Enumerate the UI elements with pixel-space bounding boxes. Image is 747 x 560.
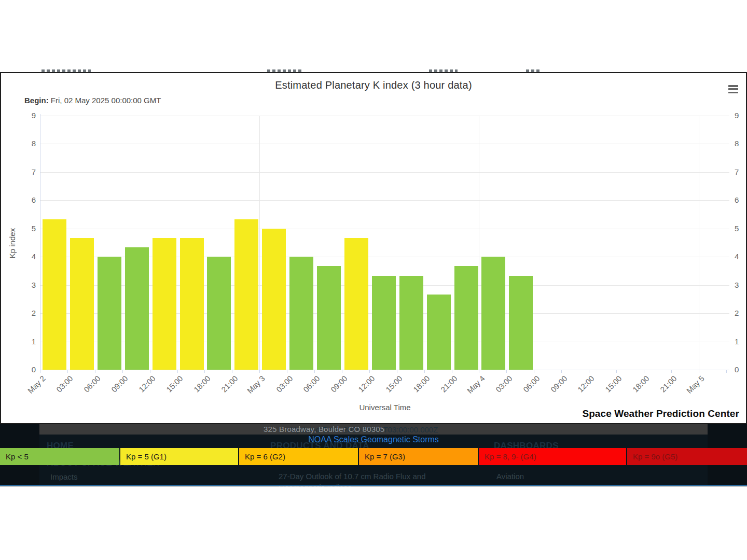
y-axis-tick-label-right: 6 [735,195,747,205]
y-axis-tick-label-right: 0 [735,365,747,374]
y-axis-tick-label: 2 [15,309,36,318]
y-axis-tick-label-right: 4 [735,252,747,261]
day-gridline [479,116,479,370]
y-axis-tick-label: 5 [15,224,36,233]
chart-begin-text: Begin: Fri, 02 May 2025 00:00:00 GMT [24,96,161,105]
x-axis-tick [424,370,425,373]
y-axis-line [40,114,40,370]
screen: Updated Time: 2025-05-04T03:00:00.000Z 3… [0,0,747,560]
x-axis-tick [479,370,479,373]
kp-bar-may-3-06-00[interactable] [317,266,341,370]
kp-bar-may-2-12-00[interactable] [153,238,176,370]
footer-divider [0,485,747,486]
x-axis-tick [452,370,452,373]
y-axis-tick-label-right: 8 [735,139,747,148]
legend-segment-2: Kp = 5 (G1) [120,448,238,465]
kp-bar-may-2-18-00[interactable] [207,257,231,370]
x-axis-tick [699,370,699,373]
kp-bar-may-3-00-00[interactable] [262,229,286,370]
x-axis-tick [95,370,95,373]
footer-address: 325 Broadway, Boulder CO 80305 [264,425,384,433]
y-axis-title: Kp index [8,197,17,290]
x-axis-tick [150,370,150,373]
legend-segment-3: Kp = 6 (G2) [239,448,358,465]
x-axis-tick [204,370,205,373]
x-axis-tick [397,370,397,373]
kp-bar-may-2-03-00[interactable] [70,238,94,370]
x-axis-tick [314,370,315,373]
x-axis-tick [671,370,672,373]
kp-bar-may-3-18-00[interactable] [427,295,451,370]
begin-value: Fri, 02 May 2025 00:00:00 GMT [49,96,161,105]
kp-bar-may-2-21-00[interactable] [234,219,258,370]
nav-subitem-impacts[interactable]: Impacts [50,472,78,481]
x-axis-tick [589,370,589,373]
gridline [40,200,729,201]
gridline [40,229,729,229]
x-axis-tick [561,370,562,373]
x-axis-tick [726,370,727,373]
x-axis-line [40,370,729,370]
kp-bar-may-4-00-00[interactable] [481,257,505,370]
x-axis-tick [259,370,260,373]
x-axis-tick [616,370,617,373]
x-axis-tick [644,370,644,373]
y-axis-tick-label: 9 [15,111,36,120]
x-axis-tick [67,370,68,373]
kp-scale-legend: Kp < 5Kp = 5 (G1)Kp = 6 (G2)Kp = 7 (G3)K… [0,448,747,465]
kp-bar-may-3-03-00[interactable] [289,257,313,370]
y-axis-tick-label-right: 5 [735,224,747,233]
legend-segment-1: Kp < 5 [0,448,119,465]
y-axis-tick-label-right: 3 [735,281,747,290]
kp-bar-may-3-21-00[interactable] [454,266,478,370]
legend-segment-6: Kp = 9o (G5) [627,448,747,465]
chart-title: Estimated Planetary K index (3 hour data… [1,79,746,91]
y-axis-tick-label: 3 [15,281,36,290]
nav-subitem-27-day-outlook[interactable]: 27-Day Outlook of 10.7 cm Radio Flux and [279,472,425,481]
kp-bar-may-2-06-00[interactable] [98,257,121,370]
legend-segment-5: Kp = 8, 9- (G4) [479,448,626,465]
x-axis-tick [369,370,370,373]
noaa-scales-link[interactable]: NOAA Scales Geomagnetic Storms [0,435,747,444]
kp-index-chart-card: Estimated Planetary K index (3 hour data… [0,72,747,424]
x-axis-tick [177,370,178,373]
y-axis-tick-label: 6 [15,195,36,205]
x-axis-tick [287,370,287,373]
y-axis-tick-label-right: 2 [735,309,747,318]
y-axis-tick-label: 1 [15,337,36,346]
kp-bar-may-2-15-00[interactable] [180,238,204,370]
kp-bar-may-3-15-00[interactable] [399,276,423,370]
x-axis-tick [506,370,507,373]
y-axis-tick-label: 7 [15,167,36,177]
legend-segment-4: Kp = 7 (G3) [359,448,478,465]
day-gridline [699,116,699,370]
kp-bar-may-2-09-00[interactable] [125,247,149,370]
x-axis-tick [342,370,342,373]
day-gridline [259,116,260,370]
y-axis-tick-label-right: 9 [735,111,747,120]
kp-bar-may-2-00-00[interactable] [43,219,66,370]
x-axis-tick [40,370,40,373]
kp-bar-may-4-03-00[interactable] [509,276,533,370]
x-axis-tick [122,370,123,373]
kp-bar-may-3-12-00[interactable] [372,276,396,370]
y-axis-tick-label: 4 [15,252,36,261]
y-axis-tick-label: 0 [15,365,36,374]
nav-subitem-aviation[interactable]: Aviation [496,472,524,481]
begin-label: Begin: [24,96,49,105]
hamburger-icon[interactable] [727,83,740,96]
x-axis-tick [534,370,534,373]
chart-credit-text: Space Weather Prediction Center [582,408,739,419]
gridline [40,144,729,144]
y-axis-tick-label: 8 [15,139,36,148]
gridline [40,116,729,116]
y-axis-tick-label-right: 1 [735,337,747,346]
y-axis-tick-label-right: 7 [735,167,747,177]
gridline [40,172,729,173]
x-axis-tick [232,370,232,373]
kp-bar-may-3-09-00[interactable] [344,238,368,370]
